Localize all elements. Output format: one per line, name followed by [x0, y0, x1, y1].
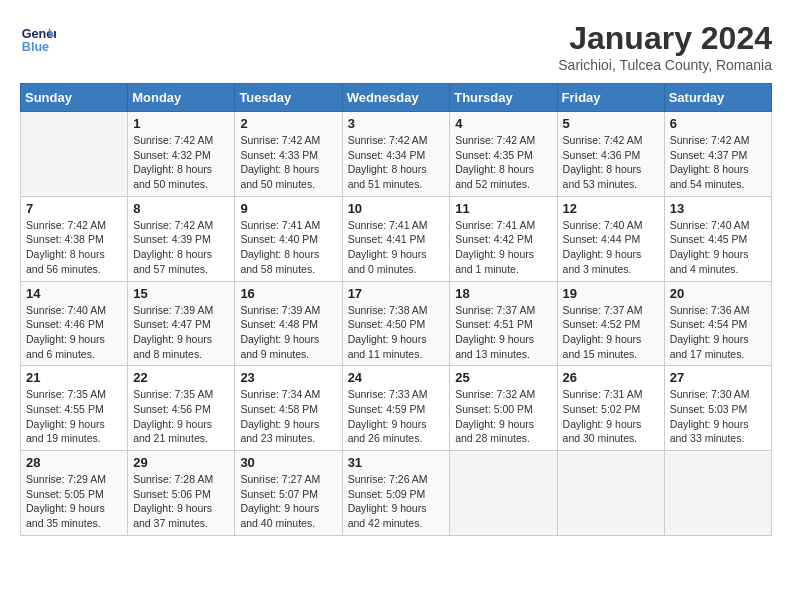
calendar-cell: 4Sunrise: 7:42 AM Sunset: 4:35 PM Daylig… — [450, 112, 557, 197]
logo-icon: General Blue — [20, 20, 56, 56]
weekday-header-tuesday: Tuesday — [235, 84, 342, 112]
weekday-header-friday: Friday — [557, 84, 664, 112]
day-number: 27 — [670, 370, 766, 385]
weekday-header-wednesday: Wednesday — [342, 84, 450, 112]
day-number: 10 — [348, 201, 445, 216]
calendar-cell: 13Sunrise: 7:40 AM Sunset: 4:45 PM Dayli… — [664, 196, 771, 281]
calendar-subtitle: Sarichioi, Tulcea County, Romania — [558, 57, 772, 73]
day-number: 16 — [240, 286, 336, 301]
calendar-cell: 30Sunrise: 7:27 AM Sunset: 5:07 PM Dayli… — [235, 451, 342, 536]
day-info: Sunrise: 7:29 AM Sunset: 5:05 PM Dayligh… — [26, 472, 122, 531]
day-number: 9 — [240, 201, 336, 216]
day-info: Sunrise: 7:42 AM Sunset: 4:37 PM Dayligh… — [670, 133, 766, 192]
calendar-cell: 22Sunrise: 7:35 AM Sunset: 4:56 PM Dayli… — [128, 366, 235, 451]
calendar-cell: 14Sunrise: 7:40 AM Sunset: 4:46 PM Dayli… — [21, 281, 128, 366]
day-info: Sunrise: 7:31 AM Sunset: 5:02 PM Dayligh… — [563, 387, 659, 446]
calendar-cell: 18Sunrise: 7:37 AM Sunset: 4:51 PM Dayli… — [450, 281, 557, 366]
day-info: Sunrise: 7:39 AM Sunset: 4:48 PM Dayligh… — [240, 303, 336, 362]
calendar-cell: 3Sunrise: 7:42 AM Sunset: 4:34 PM Daylig… — [342, 112, 450, 197]
day-number: 7 — [26, 201, 122, 216]
day-info: Sunrise: 7:41 AM Sunset: 4:42 PM Dayligh… — [455, 218, 551, 277]
day-number: 1 — [133, 116, 229, 131]
day-info: Sunrise: 7:42 AM Sunset: 4:39 PM Dayligh… — [133, 218, 229, 277]
day-info: Sunrise: 7:35 AM Sunset: 4:56 PM Dayligh… — [133, 387, 229, 446]
day-info: Sunrise: 7:30 AM Sunset: 5:03 PM Dayligh… — [670, 387, 766, 446]
weekday-header-sunday: Sunday — [21, 84, 128, 112]
day-info: Sunrise: 7:42 AM Sunset: 4:33 PM Dayligh… — [240, 133, 336, 192]
day-number: 18 — [455, 286, 551, 301]
calendar-cell — [557, 451, 664, 536]
calendar-cell: 7Sunrise: 7:42 AM Sunset: 4:38 PM Daylig… — [21, 196, 128, 281]
calendar-cell: 8Sunrise: 7:42 AM Sunset: 4:39 PM Daylig… — [128, 196, 235, 281]
weekday-header-thursday: Thursday — [450, 84, 557, 112]
day-number: 19 — [563, 286, 659, 301]
day-info: Sunrise: 7:34 AM Sunset: 4:58 PM Dayligh… — [240, 387, 336, 446]
calendar-week-5: 28Sunrise: 7:29 AM Sunset: 5:05 PM Dayli… — [21, 451, 772, 536]
day-number: 20 — [670, 286, 766, 301]
day-info: Sunrise: 7:27 AM Sunset: 5:07 PM Dayligh… — [240, 472, 336, 531]
day-info: Sunrise: 7:42 AM Sunset: 4:32 PM Dayligh… — [133, 133, 229, 192]
calendar-cell: 6Sunrise: 7:42 AM Sunset: 4:37 PM Daylig… — [664, 112, 771, 197]
day-info: Sunrise: 7:35 AM Sunset: 4:55 PM Dayligh… — [26, 387, 122, 446]
calendar-cell — [450, 451, 557, 536]
calendar-cell: 28Sunrise: 7:29 AM Sunset: 5:05 PM Dayli… — [21, 451, 128, 536]
day-info: Sunrise: 7:40 AM Sunset: 4:44 PM Dayligh… — [563, 218, 659, 277]
day-number: 15 — [133, 286, 229, 301]
day-number: 21 — [26, 370, 122, 385]
day-number: 2 — [240, 116, 336, 131]
calendar-cell: 26Sunrise: 7:31 AM Sunset: 5:02 PM Dayli… — [557, 366, 664, 451]
calendar-cell: 9Sunrise: 7:41 AM Sunset: 4:40 PM Daylig… — [235, 196, 342, 281]
calendar-cell: 1Sunrise: 7:42 AM Sunset: 4:32 PM Daylig… — [128, 112, 235, 197]
day-info: Sunrise: 7:42 AM Sunset: 4:36 PM Dayligh… — [563, 133, 659, 192]
calendar-title: January 2024 — [558, 20, 772, 57]
day-number: 6 — [670, 116, 766, 131]
title-block: January 2024 Sarichioi, Tulcea County, R… — [558, 20, 772, 73]
day-number: 24 — [348, 370, 445, 385]
day-number: 26 — [563, 370, 659, 385]
day-number: 23 — [240, 370, 336, 385]
calendar-cell — [21, 112, 128, 197]
day-info: Sunrise: 7:37 AM Sunset: 4:52 PM Dayligh… — [563, 303, 659, 362]
calendar-cell: 12Sunrise: 7:40 AM Sunset: 4:44 PM Dayli… — [557, 196, 664, 281]
day-number: 5 — [563, 116, 659, 131]
day-number: 17 — [348, 286, 445, 301]
weekday-header-monday: Monday — [128, 84, 235, 112]
day-number: 8 — [133, 201, 229, 216]
calendar-cell: 21Sunrise: 7:35 AM Sunset: 4:55 PM Dayli… — [21, 366, 128, 451]
calendar-cell: 23Sunrise: 7:34 AM Sunset: 4:58 PM Dayli… — [235, 366, 342, 451]
day-number: 12 — [563, 201, 659, 216]
day-info: Sunrise: 7:32 AM Sunset: 5:00 PM Dayligh… — [455, 387, 551, 446]
day-number: 13 — [670, 201, 766, 216]
day-number: 30 — [240, 455, 336, 470]
calendar-cell — [664, 451, 771, 536]
day-info: Sunrise: 7:40 AM Sunset: 4:46 PM Dayligh… — [26, 303, 122, 362]
day-number: 3 — [348, 116, 445, 131]
calendar-week-2: 7Sunrise: 7:42 AM Sunset: 4:38 PM Daylig… — [21, 196, 772, 281]
calendar-cell: 31Sunrise: 7:26 AM Sunset: 5:09 PM Dayli… — [342, 451, 450, 536]
day-number: 14 — [26, 286, 122, 301]
weekday-header-saturday: Saturday — [664, 84, 771, 112]
day-info: Sunrise: 7:41 AM Sunset: 4:41 PM Dayligh… — [348, 218, 445, 277]
day-number: 4 — [455, 116, 551, 131]
day-info: Sunrise: 7:26 AM Sunset: 5:09 PM Dayligh… — [348, 472, 445, 531]
day-info: Sunrise: 7:42 AM Sunset: 4:34 PM Dayligh… — [348, 133, 445, 192]
calendar-cell: 10Sunrise: 7:41 AM Sunset: 4:41 PM Dayli… — [342, 196, 450, 281]
day-info: Sunrise: 7:36 AM Sunset: 4:54 PM Dayligh… — [670, 303, 766, 362]
calendar-cell: 24Sunrise: 7:33 AM Sunset: 4:59 PM Dayli… — [342, 366, 450, 451]
calendar-cell: 17Sunrise: 7:38 AM Sunset: 4:50 PM Dayli… — [342, 281, 450, 366]
day-number: 11 — [455, 201, 551, 216]
day-info: Sunrise: 7:40 AM Sunset: 4:45 PM Dayligh… — [670, 218, 766, 277]
day-number: 29 — [133, 455, 229, 470]
day-number: 28 — [26, 455, 122, 470]
day-number: 22 — [133, 370, 229, 385]
weekday-header-row: SundayMondayTuesdayWednesdayThursdayFrid… — [21, 84, 772, 112]
day-info: Sunrise: 7:42 AM Sunset: 4:38 PM Dayligh… — [26, 218, 122, 277]
calendar-cell: 16Sunrise: 7:39 AM Sunset: 4:48 PM Dayli… — [235, 281, 342, 366]
day-info: Sunrise: 7:28 AM Sunset: 5:06 PM Dayligh… — [133, 472, 229, 531]
svg-text:Blue: Blue — [22, 40, 49, 54]
day-info: Sunrise: 7:39 AM Sunset: 4:47 PM Dayligh… — [133, 303, 229, 362]
page-header: General Blue January 2024 Sarichioi, Tul… — [20, 20, 772, 73]
calendar-cell: 29Sunrise: 7:28 AM Sunset: 5:06 PM Dayli… — [128, 451, 235, 536]
day-number: 25 — [455, 370, 551, 385]
calendar-cell: 5Sunrise: 7:42 AM Sunset: 4:36 PM Daylig… — [557, 112, 664, 197]
